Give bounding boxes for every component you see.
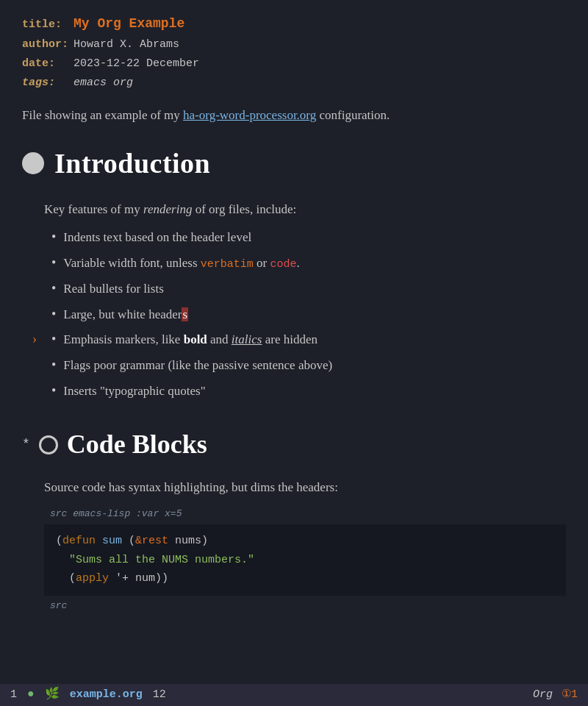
bullet-dot-4: • (51, 304, 56, 325)
bullet-text-4: Large, but white headers (63, 304, 188, 324)
status-icon: 🌿 (45, 685, 60, 705)
bullet-item-7: • Inserts "typographic quotes" (51, 380, 566, 402)
code-block: (defun sum (&rest nums) "Sums all the NU… (44, 524, 566, 596)
author-key: author: (22, 36, 74, 54)
section1-body: Key features of my rendering of org file… (22, 199, 566, 402)
author-value: Howard X. Abrams (74, 36, 179, 54)
section1-body-italic: rendering (143, 202, 192, 216)
section1-bullet-circle (22, 152, 44, 174)
bullet-text-2: Variable width font, unless verbatim or … (63, 253, 299, 274)
section1-bullet-list: • Indents text based on the header level… (44, 227, 566, 402)
section2-heading: * Code Blocks (22, 424, 566, 466)
org-link[interactable]: ha-org-word-processor.org (183, 108, 316, 122)
section2-bullet-circle (39, 435, 58, 454)
bullet-item-6: • Flags poor grammar (like the passive s… (51, 354, 566, 376)
code-line-2: "Sums all the NUMS numbers." (56, 551, 554, 570)
code-inline: code (270, 258, 297, 271)
tags-key: tags: (22, 74, 74, 92)
bullet-item-4: • Large, but white headers (51, 304, 566, 325)
meta-tags-line: tags: emacs org (22, 74, 566, 92)
bullet-dot-7: • (51, 380, 56, 402)
meta-author-line: author: Howard X. Abrams (22, 36, 566, 54)
bold-text: bold (184, 332, 207, 346)
section1-body-text: Key features of my (44, 202, 143, 216)
bullet-item-2: • Variable width font, unless verbatim o… (51, 252, 566, 274)
status-right: Org ①1 (533, 686, 578, 704)
metadata-block: title: My Org Example author: Howard X. … (22, 13, 566, 92)
section1-body-rest: of org files, include: (192, 202, 296, 216)
intro-text-after: configuration. (316, 108, 390, 122)
bullet-dot-5: • (51, 329, 56, 350)
date-value: 2023-12-22 December (74, 55, 199, 73)
arrow-indicator: › (32, 329, 37, 350)
bullet-dot-1: • (51, 227, 56, 248)
meta-date-line: date: 2023-12-22 December (22, 55, 566, 73)
status-dot: ● (27, 685, 35, 705)
bullet-item-1: • Indents text based on the header level (51, 227, 566, 248)
title-key: title: (22, 16, 74, 34)
status-filename[interactable]: example.org (70, 686, 143, 704)
status-linecol: 12 (153, 686, 166, 704)
bullet-dot-3: • (51, 278, 56, 299)
section2-body-text: Source code has syntax highlighting, but… (44, 477, 566, 497)
intro-text-before: File showing an example of my (22, 108, 183, 122)
section1-heading-text: Introduction (54, 141, 210, 186)
main-content: title: My Org Example author: Howard X. … (0, 0, 588, 676)
code-line-1: (defun sum (&rest nums) (56, 532, 554, 551)
italic-underline-text: italics (232, 332, 262, 346)
date-key: date: (22, 55, 74, 73)
tags-value: emacs org (74, 74, 133, 92)
section1-heading: Introduction (22, 141, 566, 186)
bullet-dot-2: • (51, 252, 56, 274)
cursor: s (182, 307, 188, 321)
status-info: ①1 (562, 686, 578, 704)
bullet-item-5: › • Emphasis markers, like bold and ital… (51, 329, 566, 350)
bullet-text-3: Real bullets for lists (63, 279, 163, 299)
heading-star: * (22, 434, 30, 455)
code-line-3: (apply '+ num)) (56, 569, 554, 588)
src-label-bottom: src (44, 599, 566, 614)
verbatim-text: verbatim (201, 258, 254, 271)
bullet-text-6: Flags poor grammar (like the passive sen… (63, 355, 332, 375)
status-number: 1 (10, 686, 17, 704)
section2-heading-text: Code Blocks (67, 424, 207, 466)
bullet-item-3: • Real bullets for lists (51, 278, 566, 299)
bullet-text-5: Emphasis markers, like bold and italics … (63, 329, 318, 349)
status-mode: Org (533, 686, 553, 704)
src-label-top: src emacs-lisp :var x=5 (44, 507, 566, 522)
title-value: My Org Example (74, 13, 184, 35)
section1-intro-text: Key features of my rendering of org file… (44, 199, 566, 219)
bullet-text-1: Indents text based on the header level (63, 227, 251, 247)
section2-body: Source code has syntax highlighting, but… (22, 477, 566, 613)
intro-paragraph: File showing an example of my ha-org-wor… (22, 105, 566, 125)
bullet-dot-6: • (51, 354, 56, 376)
bullet-text-7: Inserts "typographic quotes" (63, 381, 205, 401)
meta-title-line: title: My Org Example (22, 13, 566, 35)
status-bar: 1 ● 🌿 example.org 12 Org ①1 (0, 684, 588, 706)
